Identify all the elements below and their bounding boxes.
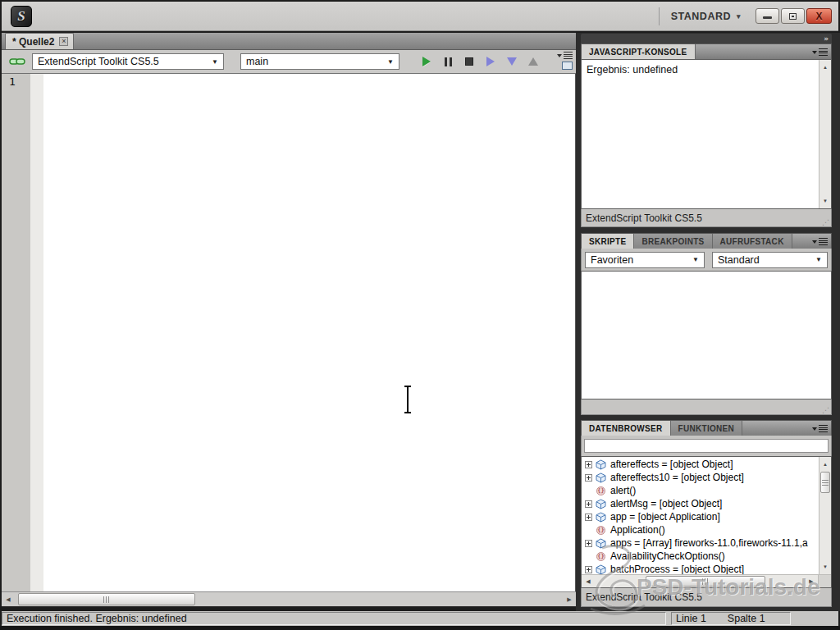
maximize-button[interactable] <box>781 8 805 24</box>
console-output[interactable]: Ergebnis: undefined ▲ ▼ <box>581 59 832 209</box>
category-select-value: Standard <box>718 254 760 266</box>
split-view-icon[interactable] <box>562 62 573 70</box>
tree-item[interactable]: {} AvailabilityCheckOptions() <box>582 550 818 563</box>
tree-item[interactable]: aftereffects = [object Object] <box>582 458 818 471</box>
resize-grip-icon[interactable]: ⋰ <box>822 406 829 414</box>
minimize-button[interactable] <box>756 8 779 24</box>
step-into-button[interactable] <box>504 55 519 68</box>
expand-plus-icon[interactable] <box>585 461 592 468</box>
expand-plus-icon[interactable] <box>585 566 592 573</box>
object-cube-icon <box>596 564 606 574</box>
stop-button[interactable] <box>462 55 477 68</box>
tree-item-label: alert() <box>610 485 636 496</box>
step-over-button[interactable] <box>483 55 498 68</box>
tab-close-icon[interactable]: × <box>59 37 68 46</box>
favorites-select-value: Favoriten <box>591 254 633 266</box>
function-icon: {} <box>596 525 606 535</box>
scrollbar-thumb[interactable] <box>820 472 830 493</box>
scripts-tab-bar: SKRIPTE BREAKPOINTS AUFRUFSTACK <box>581 233 832 249</box>
expand-plus-icon[interactable] <box>585 500 592 508</box>
scroll-up-icon[interactable]: ▲ <box>819 459 831 470</box>
favorites-select[interactable]: Favoriten ▼ <box>585 252 705 268</box>
tree-vertical-scrollbar[interactable]: ▲ ▼ <box>819 457 831 574</box>
scripts-list[interactable] <box>581 271 832 399</box>
close-button[interactable]: X <box>806 8 832 24</box>
console-scrollbar[interactable]: ▲ ▼ <box>819 60 831 208</box>
tab-datenbrowser[interactable]: DATENBROWSER <box>582 421 671 436</box>
function-select-value: main <box>246 56 268 67</box>
workspace-label: STANDARD <box>671 11 731 22</box>
object-cube-icon <box>596 472 606 482</box>
databrowser-tree[interactable]: aftereffects = [object Object] aftereffe… <box>581 456 832 588</box>
databrowser-search-row <box>581 436 832 456</box>
tree-item[interactable]: apps = [Array] fireworks-11.0,fireworks-… <box>582 536 818 550</box>
tree-horizontal-scrollbar[interactable]: ◀ ▶ <box>582 574 818 587</box>
scroll-up-icon[interactable]: ▲ <box>819 62 831 73</box>
tab-breakpoints[interactable]: BREAKPOINTS <box>634 234 712 249</box>
document-tab[interactable]: * Quelle2 × <box>5 33 74 49</box>
editor-toolbar-right <box>557 52 573 70</box>
scroll-down-icon[interactable]: ▼ <box>819 195 831 207</box>
function-icon: {} <box>596 551 606 561</box>
scrollbar-thumb[interactable] <box>646 576 765 587</box>
panel-collapse-bar[interactable]: » <box>581 34 832 43</box>
cursor-position: Linie 1 Spalte 1 <box>671 612 791 625</box>
panel-menu-icon[interactable] <box>812 48 828 56</box>
tree-item[interactable]: alertMsg = [object Object] <box>582 497 818 510</box>
scrollbar-thumb[interactable] <box>18 593 195 605</box>
app-status-bar: Execution finished. Ergebnis: undefined … <box>2 611 838 626</box>
target-connected-icon <box>9 57 25 66</box>
tab-javascript-konsole[interactable]: JAVASCRIPT-KONSOLE <box>582 44 696 59</box>
expand-plus-icon[interactable] <box>585 540 592 547</box>
chevron-down-icon: ▼ <box>815 256 822 263</box>
workspace-switcher[interactable]: STANDARD ▾ <box>671 11 741 22</box>
scroll-right-icon[interactable]: ▶ <box>805 575 818 587</box>
fold-strip <box>30 74 43 591</box>
status-column: Spalte 1 <box>728 613 765 624</box>
tab-funktionen[interactable]: FUNKTIONEN <box>671 421 743 436</box>
panel-divider[interactable] <box>581 227 832 233</box>
scrollbar-corner <box>818 574 831 587</box>
scroll-right-icon[interactable]: ▶ <box>563 592 576 606</box>
menu-item[interactable] <box>89 2 111 30</box>
menu-item[interactable] <box>68 2 89 30</box>
maximize-icon <box>789 13 797 20</box>
menu-item[interactable] <box>132 2 153 30</box>
menu-item[interactable] <box>153 2 175 30</box>
panel-menu-icon[interactable] <box>812 238 828 245</box>
step-out-button[interactable] <box>526 55 541 68</box>
console-status-bar: ExtendScript Toolkit CS5.5 ⋰ <box>581 209 832 227</box>
tree-item[interactable]: app = [object Application] <box>582 510 818 523</box>
app-icon[interactable]: S <box>11 6 32 27</box>
tree-item[interactable]: {} Application() <box>582 523 818 536</box>
scroll-left-icon[interactable]: ◀ <box>582 575 595 587</box>
editor-toolbar: ExtendScript Toolkit CS5.5 ▼ main ▼ <box>2 50 576 74</box>
function-select[interactable]: main ▼ <box>240 53 399 70</box>
tree-item-label: alertMsg = [object Object] <box>610 498 722 509</box>
tab-skripte[interactable]: SKRIPTE <box>582 234 634 249</box>
resize-grip-icon[interactable]: ⋰ <box>822 218 829 226</box>
code-editor[interactable]: 1 <box>2 74 576 591</box>
tree-item[interactable]: {} alert() <box>582 484 818 497</box>
menu-item[interactable] <box>111 2 132 30</box>
target-app-select[interactable]: ExtendScript Toolkit CS5.5 ▼ <box>32 53 224 70</box>
menu-item[interactable] <box>175 2 196 30</box>
run-button[interactable] <box>419 55 434 68</box>
tree-item[interactable]: aftereffects10 = [object Object] <box>582 471 818 484</box>
expand-plus-icon[interactable] <box>585 514 592 521</box>
object-cube-icon <box>596 499 606 509</box>
scripts-filter-row: Favoriten ▼ Standard ▼ <box>581 249 832 271</box>
tab-aufrufstack[interactable]: AUFRUFSTACK <box>713 234 792 249</box>
document-tab-label: * Quelle2 <box>12 36 54 48</box>
expand-plus-icon[interactable] <box>585 474 592 482</box>
pause-button[interactable] <box>441 55 455 68</box>
category-select[interactable]: Standard ▼ <box>712 252 828 268</box>
scroll-down-icon[interactable]: ▼ <box>819 561 831 573</box>
panel-menu-icon[interactable] <box>557 52 573 59</box>
databrowser-search-input[interactable] <box>584 439 829 453</box>
menu-item[interactable] <box>47 2 68 30</box>
app-window: S STANDARD ▾ X * Quelle2 × <box>0 0 840 630</box>
editor-horizontal-scrollbar[interactable]: ◀ ▶ <box>2 591 576 606</box>
scroll-left-icon[interactable]: ◀ <box>2 592 15 606</box>
panel-menu-icon[interactable] <box>812 425 828 432</box>
